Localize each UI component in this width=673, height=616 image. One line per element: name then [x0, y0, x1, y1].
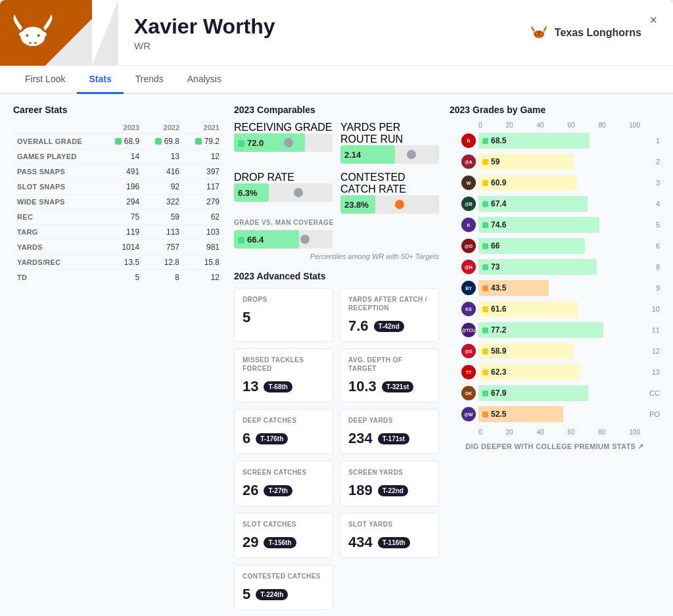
adv-stat-number: 234 [348, 430, 373, 447]
stat-label: REC [13, 210, 103, 225]
adv-stat-item: SLOT CATCHES29T-156th [234, 513, 333, 558]
grade-row: K74.65 [450, 216, 660, 234]
grade-value: 60.9 [491, 178, 506, 187]
table-row: GAMES PLAYED141312 [13, 149, 223, 164]
grades-axis-top: 0 20 40 60 80 100 [450, 122, 660, 131]
adv-stat-label: CONTESTED CATCHES [243, 572, 325, 580]
table-row: TARG119113103 [13, 225, 223, 240]
table-row: YARDS/REC13.512.815.8 [13, 255, 223, 270]
stat-value: 68.9 [103, 134, 143, 149]
svg-point-11 [536, 35, 541, 37]
comp-yards-per-route-marker [407, 150, 416, 159]
grade-bar-area: 67.4 [478, 196, 640, 212]
tabs-bar: First Look Stats Trends Analysis [0, 66, 673, 94]
grade-team-label: @O [450, 239, 478, 253]
comp-yards-per-route: YARDS PER ROUTE RUN 2.14 [340, 122, 439, 164]
player-position: WR [134, 40, 513, 51]
grade-team-label: TT [450, 365, 478, 379]
grade-value: 77.2 [491, 325, 506, 335]
stat-label: SLOT SNAPS [13, 179, 103, 195]
comp-drop-rate-marker [294, 188, 303, 197]
grade-team-label: OK [450, 386, 478, 400]
tab-stats[interactable]: Stats [77, 66, 123, 94]
grade-game-number: 9 [640, 284, 660, 292]
grade-team-label: R [450, 133, 478, 148]
comparables-title: 2023 Comparables [234, 105, 439, 115]
career-stats-table: 2023 2022 2021 OVERALL GRADE68.969.879.2… [13, 122, 223, 285]
rank-badge: T-27th [264, 485, 292, 496]
comp-contested-catch-label: CONTESTED CATCH RATE [340, 172, 406, 195]
adv-stat-item: CONTESTED CATCHES5T-224th [234, 565, 333, 610]
adv-stat-value-row: 10.3T-321st [348, 378, 430, 395]
comparables-note: Percentiles among WR with 50+ Targets [234, 252, 439, 260]
svg-point-5 [34, 42, 37, 44]
dig-deeper-link[interactable]: DIG DEEPER WITH COLLEGE PREMIUM STATS ↗ [450, 442, 660, 451]
comparables-section: 2023 Comparables RECEIVING GRADE 72.0 [234, 105, 439, 260]
adv-stat-label: MISSED TACKLES FORCED [243, 356, 325, 373]
stat-value: 12.8 [143, 255, 183, 270]
adv-stat-item: SCREEN YARDS189T-22nd [340, 461, 439, 506]
grade-bar-area: 58.9 [478, 343, 640, 359]
adv-stat-label: SCREEN CATCHES [243, 468, 325, 477]
grade-bar-area: 61.6 [478, 301, 640, 317]
grade-bar-area: 68.5 [478, 133, 640, 149]
grade-row: R68.51 [450, 131, 660, 150]
rank-badge: T-42nd [374, 321, 404, 332]
tab-trends[interactable]: Trends [124, 66, 175, 94]
grade-value: 73 [491, 262, 499, 272]
stat-label: YARDS [13, 240, 103, 255]
comp-grade-man-label: GRADE VS. MAN COVERAGE [234, 219, 439, 226]
rank-badge: T-68th [264, 381, 292, 392]
stat-value: 113 [143, 225, 183, 240]
grade-bar-area: 62.3 [478, 364, 640, 380]
comp-grade-man-bar: 66.4 [234, 230, 333, 249]
grade-bar: 74.6 [478, 217, 599, 233]
comp-receiving-grade-bar: 72.0 [234, 133, 333, 152]
adv-stat-label: SLOT YARDS [348, 520, 430, 529]
adv-stat-value-row: 29T-156th [243, 534, 325, 551]
col-header-2022: 2022 [143, 122, 183, 134]
stat-value: 8 [143, 270, 183, 285]
team-logo-small-icon [528, 24, 549, 42]
grade-bar: 59 [478, 154, 574, 170]
grade-team-label: @A [450, 154, 478, 169]
middle-column: 2023 Comparables RECEIVING GRADE 72.0 [223, 105, 450, 616]
grade-row: TT62.313 [450, 363, 660, 381]
stat-value: 62 [183, 210, 223, 225]
adv-stat-number: 26 [243, 482, 258, 499]
adv-stat-number: 6 [243, 430, 250, 447]
grade-bar: 67.4 [478, 196, 588, 212]
grade-value: 58.9 [491, 346, 506, 356]
grade-bar-area: 52.5 [478, 406, 640, 422]
tab-analysis[interactable]: Analysis [175, 66, 233, 94]
close-button[interactable]: × [644, 11, 662, 29]
grade-game-number: 3 [640, 179, 660, 187]
grade-game-number: 11 [640, 326, 660, 334]
grade-row: @TCU77.211 [450, 321, 660, 339]
grade-row: @O666 [450, 237, 660, 255]
grade-game-number: PO [640, 410, 660, 418]
grade-bar: 73 [478, 259, 597, 275]
grade-team-label: @B [450, 197, 478, 211]
svg-point-6 [26, 34, 28, 37]
adv-stat-value-row: 5T-224th [243, 586, 325, 603]
stat-value: 59 [143, 210, 183, 225]
grade-bar-area: 77.2 [478, 322, 640, 338]
table-row: REC755962 [13, 210, 223, 225]
svg-point-4 [29, 42, 32, 44]
stat-value: 491 [103, 164, 143, 179]
rank-badge: T-224th [256, 589, 288, 600]
stat-value: 5 [103, 270, 143, 285]
grade-game-number: 6 [640, 242, 660, 250]
comp-contested-catch-value: 23.8% [344, 200, 369, 210]
table-row: TD5812 [13, 270, 223, 285]
stat-value: 757 [143, 240, 183, 255]
comp-receiving-grade: RECEIVING GRADE 72.0 [234, 122, 333, 164]
grade-value: 67.9 [491, 389, 506, 398]
team-logo-bg [0, 0, 118, 66]
comp-grade-man-marker [300, 235, 310, 244]
grade-game-number: 5 [640, 221, 660, 229]
adv-stat-item: SLOT YARDS434T-116th [340, 513, 439, 558]
tab-first-look[interactable]: First Look [13, 66, 77, 94]
grade-value: 52.5 [491, 410, 506, 419]
